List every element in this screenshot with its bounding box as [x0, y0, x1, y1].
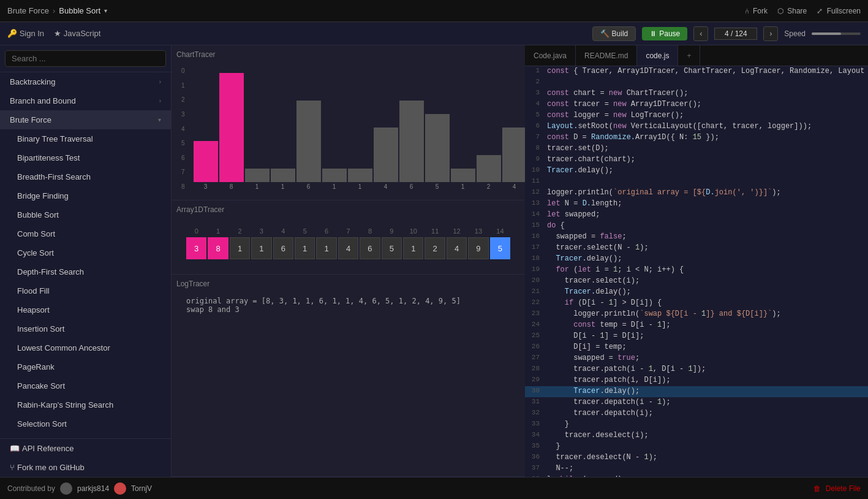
sidebar-item-bipartiteness[interactable]: Bipartiteness Test [0, 148, 171, 167]
sidebar-item-selection-sort[interactable]: Selection Sort [0, 414, 171, 433]
array-cell: 1 [230, 237, 250, 259]
fork-icon: ⑃ [745, 7, 749, 15]
array-cell: 1 [295, 237, 315, 259]
language-selector[interactable]: ★ JavaScript [54, 29, 100, 38]
author1-name[interactable]: parkjs814 [77, 484, 109, 493]
brute-force-breadcrumb[interactable]: Brute Force [7, 6, 49, 15]
secondbar-left: 🔑 Sign In ★ JavaScript [7, 29, 100, 38]
code-line: 16 swapped = false; [525, 232, 868, 243]
sidebar-item-lca[interactable]: Lowest Common Ancestor [0, 338, 171, 357]
code-line: 12logger.println(`original array = [${D.… [525, 188, 868, 199]
code-line: 36 tracer.deselect(N - 1); [525, 452, 868, 463]
code-line: 20 tracer.select(i); [525, 276, 868, 287]
sidebar-item-insertion-sort[interactable]: Insertion Sort [0, 319, 171, 338]
code-line: 8tracer.set(D); [525, 143, 868, 154]
chart-area: 8 7 6 5 4 3 2 1 0 381161146512495 [176, 63, 520, 195]
sidebar-item-bubble-sort[interactable]: Bubble Sort [0, 205, 171, 224]
main-layout: Backtracking › Branch and Bound › Brute … [0, 45, 868, 477]
sidebar-item-branch-and-bound[interactable]: Branch and Bound › [0, 91, 171, 110]
code-line: 27 swapped = true; [525, 353, 868, 364]
code-line: 26 D[i] = temp; [525, 342, 868, 353]
chevron-down-icon: ▾ [158, 116, 161, 123]
speed-slider[interactable] [812, 32, 861, 35]
sidebar-item-dfs[interactable]: Depth-First Search [0, 262, 171, 281]
delete-file-button[interactable]: 🗑 Delete File [813, 484, 861, 493]
sidebar-item-scratch-paper[interactable]: ◆Scratch Paper ▾ [0, 433, 171, 438]
chart-wrapper: 8 7 6 5 4 3 2 1 0 381161146512495 [181, 67, 515, 190]
log-tracer-panel: LogTracer original array = [8, 3, 1, 1, … [172, 275, 525, 477]
tab-add[interactable]: + [678, 45, 700, 66]
sidebar-item-pancake-sort[interactable]: Pancake Sort [0, 376, 171, 395]
speed-fill [812, 32, 841, 35]
sidebar: Backtracking › Branch and Bound › Brute … [0, 45, 172, 477]
breadcrumb-dropdown-icon[interactable]: ▾ [104, 7, 107, 14]
code-line: 35 } [525, 441, 868, 452]
code-line: 19 for (let i = 1; i < N; i++) { [525, 265, 868, 276]
log-line: original array = [8, 3, 1, 1, 6, 1, 1, 4… [186, 297, 510, 305]
github-icon: ⑂ [10, 463, 15, 472]
chart-bar: 6 [296, 101, 321, 190]
share-icon: ⬡ [777, 7, 783, 15]
array-cell: 4 [447, 237, 467, 259]
code-line: 7const D = Randomize.Array1D({ N: 15 }); [525, 132, 868, 143]
code-line: 18 Tracer.delay(); [525, 254, 868, 265]
sidebar-item-binary-tree[interactable]: Binary Tree Traversal [0, 129, 171, 148]
sidebar-item-bfs[interactable]: Breadth-First Search [0, 167, 171, 186]
sidebar-item-api-reference[interactable]: 📖API Reference [0, 439, 171, 458]
array-area: 01234567891011121314 381161146512495 [176, 218, 520, 269]
sidebar-item-brute-force[interactable]: Brute Force ▾ [0, 110, 171, 129]
array-cell: 1 [403, 237, 423, 259]
author2-avatar [114, 482, 126, 495]
sidebar-item-comb-sort[interactable]: Comb Sort [0, 224, 171, 243]
code-content: 1const { Tracer, Array1DTracer, ChartTra… [525, 66, 868, 477]
array-cell: 5 [490, 237, 510, 259]
contributed-label: Contributed by [7, 484, 55, 493]
next-step-button[interactable]: › [763, 26, 778, 41]
signin-button[interactable]: 🔑 Sign In [7, 29, 44, 38]
code-line: 33 } [525, 419, 868, 430]
chart-bar: 3 [194, 141, 218, 190]
pause-icon: ⏸ [649, 29, 657, 38]
array-cell: 6 [273, 237, 293, 259]
array1d-tracer-panel: Array1DTracer 01234567891011121314 38116… [172, 200, 525, 275]
author2-name[interactable]: TornjV [131, 484, 152, 493]
sidebar-item-bridge-finding[interactable]: Bridge Finding [0, 186, 171, 205]
center-panel: ChartTracer 8 7 6 5 4 3 2 1 0 381 [172, 45, 525, 477]
sidebar-item-flood-fill[interactable]: Flood Fill [0, 281, 171, 300]
tab-code-java[interactable]: Code.java [525, 45, 576, 66]
tab-readme[interactable]: README.md [576, 45, 637, 66]
sidebar-item-backtracking[interactable]: Backtracking › [0, 72, 171, 91]
code-line: 30 Tracer.delay(); [525, 386, 868, 397]
sidebar-item-pagerank[interactable]: PageRank [0, 357, 171, 376]
prev-step-button[interactable]: ‹ [693, 26, 708, 41]
fullscreen-button[interactable]: ⤢ Fullscreen [817, 7, 861, 15]
log-area: original array = [8, 3, 1, 1, 6, 1, 1, 4… [176, 292, 520, 319]
sidebar-item-heapsort[interactable]: Heapsort [0, 300, 171, 319]
chart-bar: 1 [451, 169, 475, 190]
log-line: swap 8 and 3 [186, 305, 510, 314]
sidebar-item-rabin-karp[interactable]: Rabin-Karp's String Search [0, 395, 171, 414]
code-line: 17 tracer.select(N - 1); [525, 243, 868, 254]
array-cell: 6 [360, 237, 380, 259]
step-counter: 4 / 124 [714, 28, 757, 40]
bubble-sort-breadcrumb[interactable]: Bubble Sort [59, 6, 100, 15]
pause-button[interactable]: ⏸ Pause [642, 27, 687, 40]
code-line: 11 [525, 177, 868, 188]
topbar: Brute Force › Bubble Sort ▾ ⑃ Fork ⬡ Sha… [0, 0, 868, 22]
code-line: 15do { [525, 221, 868, 232]
book-icon: 📖 [10, 444, 20, 453]
array-cell: 1 [251, 237, 271, 259]
build-button[interactable]: 🔨 Build [592, 26, 636, 41]
search-input[interactable] [5, 50, 166, 67]
tab-code-js[interactable]: code.js [637, 45, 678, 66]
code-line: 24 const temp = D[i - 1]; [525, 320, 868, 331]
fork-button[interactable]: ⑃ Fork [745, 7, 768, 15]
chart-bar: 2 [477, 155, 501, 190]
chevron-right-icon: › [159, 97, 161, 104]
sidebar-item-cycle-sort[interactable]: Cycle Sort [0, 243, 171, 262]
code-line: 13let N = D.length; [525, 199, 868, 210]
chart-bar: 1 [322, 169, 347, 190]
share-button[interactable]: ⬡ Share [777, 7, 807, 15]
sidebar-item-fork-github[interactable]: ⑂Fork me on GitHub [0, 458, 171, 477]
code-panel: Code.java README.md code.js + 1const { T… [525, 45, 868, 477]
